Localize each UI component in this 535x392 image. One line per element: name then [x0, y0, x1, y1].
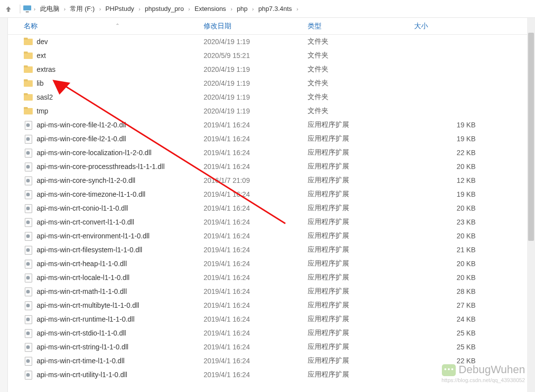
file-size: 20 KB	[414, 232, 535, 240]
column-headers: 名称 ⌃ 修改日期 类型 大小	[8, 18, 535, 35]
file-date: 2019/4/1 16:24	[204, 260, 308, 268]
dll-file-icon	[24, 135, 33, 143]
file-row[interactable]: api-ms-win-crt-utility-l1-1-0.dll2019/4/…	[8, 368, 535, 382]
breadcrumb-item[interactable]: phpstudy_pro	[142, 2, 187, 16]
file-type: 应用程序扩展	[308, 162, 414, 171]
chevron-right-icon[interactable]: ›	[32, 6, 37, 12]
file-type: 应用程序扩展	[308, 148, 414, 157]
file-name: api-ms-win-crt-filesystem-l1-1-0.dll	[37, 246, 142, 254]
file-date: 2019/4/1 16:24	[204, 135, 308, 143]
file-date: 2020/4/19 1:19	[204, 93, 308, 101]
file-row[interactable]: api-ms-win-core-timezone-l1-1-0.dll2019/…	[8, 187, 535, 201]
file-row[interactable]: api-ms-win-crt-convert-l1-1-0.dll2019/4/…	[8, 215, 535, 229]
file-row[interactable]: api-ms-win-crt-stdio-l1-1-0.dll2019/4/1 …	[8, 326, 535, 340]
folder-icon	[24, 79, 33, 87]
file-name: extras	[37, 65, 55, 73]
breadcrumb-item[interactable]: PHPstudy	[103, 2, 137, 16]
dll-file-icon	[24, 343, 33, 351]
file-row[interactable]: extras2020/4/19 1:19文件夹	[8, 62, 535, 76]
file-name: api-ms-win-crt-multibyte-l1-1-0.dll	[37, 301, 139, 309]
column-header-name[interactable]: 名称 ⌃	[8, 22, 204, 31]
breadcrumb-item[interactable]: php7.3.4nts	[255, 2, 295, 16]
breadcrumb-item[interactable]: 常用 (F:)	[67, 2, 98, 16]
breadcrumb-item[interactable]: php	[234, 2, 251, 16]
file-type: 文件夹	[308, 65, 414, 74]
breadcrumb-item[interactable]: Extensions	[192, 2, 229, 16]
folder-icon	[24, 107, 33, 115]
column-header-size[interactable]: 大小	[414, 22, 535, 31]
file-date: 2020/4/19 1:19	[204, 107, 308, 115]
scrollbar-thumb[interactable]	[528, 33, 534, 241]
dll-file-icon	[24, 329, 33, 337]
file-size: 25 KB	[414, 329, 535, 337]
column-header-type[interactable]: 类型	[308, 22, 414, 31]
chevron-right-icon[interactable]: ›	[98, 6, 103, 12]
file-type: 应用程序扩展	[308, 356, 414, 365]
vertical-scrollbar[interactable]	[527, 18, 535, 392]
file-row[interactable]: api-ms-win-crt-conio-l1-1-0.dll2019/4/1 …	[8, 201, 535, 215]
chevron-right-icon[interactable]: ›	[62, 6, 67, 12]
breadcrumb-item[interactable]: 此电脑	[37, 2, 62, 16]
up-button[interactable]	[4, 4, 13, 13]
file-name: api-ms-win-crt-convert-l1-1-0.dll	[37, 218, 134, 226]
file-row[interactable]: api-ms-win-core-file-l1-2-0.dll2019/4/1 …	[8, 118, 535, 132]
file-row[interactable]: api-ms-win-crt-math-l1-1-0.dll2019/4/1 1…	[8, 284, 535, 298]
file-size: 20 KB	[414, 163, 535, 170]
file-name: api-ms-win-crt-conio-l1-1-0.dll	[37, 204, 128, 212]
dll-file-icon	[24, 176, 33, 184]
chevron-right-icon[interactable]: ›	[251, 6, 256, 12]
column-header-name-label: 名称	[24, 22, 38, 30]
dll-file-icon	[24, 246, 33, 254]
sort-arrow-icon: ⌃	[115, 23, 119, 28]
file-date: 2019/4/1 16:24	[204, 190, 308, 198]
file-name: api-ms-win-core-localization-l1-2-0.dll	[37, 149, 152, 157]
file-row[interactable]: sasl22020/4/19 1:19文件夹	[8, 90, 535, 104]
file-name: sasl2	[37, 93, 53, 101]
file-type: 应用程序扩展	[308, 259, 414, 268]
column-header-date[interactable]: 修改日期	[204, 22, 308, 31]
dll-file-icon	[24, 357, 33, 365]
file-row[interactable]: api-ms-win-core-localization-l1-2-0.dll2…	[8, 146, 535, 160]
folder-icon	[24, 52, 33, 59]
file-type: 应用程序扩展	[308, 231, 414, 240]
file-name: api-ms-win-core-timezone-l1-1-0.dll	[37, 190, 145, 198]
file-size: 20 KB	[414, 260, 535, 268]
file-row[interactable]: lib2020/4/19 1:19文件夹	[8, 76, 535, 90]
divider	[20, 4, 20, 13]
file-row[interactable]: api-ms-win-crt-filesystem-l1-1-0.dll2019…	[8, 243, 535, 257]
dll-file-icon	[24, 149, 33, 157]
file-row[interactable]: dev2020/4/19 1:19文件夹	[8, 35, 535, 49]
file-row[interactable]: api-ms-win-crt-time-l1-1-0.dll2019/4/1 1…	[8, 354, 535, 368]
file-row[interactable]: api-ms-win-core-file-l2-1-0.dll2019/4/1 …	[8, 132, 535, 146]
file-name: api-ms-win-core-synch-l1-2-0.dll	[37, 176, 135, 184]
file-row[interactable]: api-ms-win-crt-locale-l1-1-0.dll2019/4/1…	[8, 271, 535, 284]
dll-file-icon	[24, 232, 33, 240]
file-type: 文件夹	[308, 37, 414, 46]
chevron-right-icon[interactable]: ›	[137, 6, 142, 12]
chevron-right-icon[interactable]: ›	[229, 6, 234, 12]
chevron-right-icon[interactable]: ›	[295, 6, 300, 12]
file-row[interactable]: api-ms-win-crt-string-l1-1-0.dll2019/4/1…	[8, 340, 535, 354]
file-name: api-ms-win-core-file-l2-1-0.dll	[37, 135, 126, 143]
file-type: 应用程序扩展	[308, 190, 414, 199]
file-row[interactable]: api-ms-win-crt-heap-l1-1-0.dll2019/4/1 1…	[8, 257, 535, 271]
file-row[interactable]: api-ms-win-core-processthreads-l1-1-1.dl…	[8, 160, 535, 173]
file-date: 2019/4/1 16:24	[204, 357, 308, 365]
file-type: 应用程序扩展	[308, 218, 414, 226]
nav-pane[interactable]	[0, 18, 8, 392]
file-row[interactable]: api-ms-win-crt-runtime-l1-1-0.dll2019/4/…	[8, 312, 535, 326]
file-size: 21 KB	[414, 246, 535, 254]
file-date: 2019/4/1 16:24	[204, 274, 308, 281]
file-row[interactable]: api-ms-win-crt-environment-l1-1-0.dll201…	[8, 229, 535, 243]
file-row[interactable]: api-ms-win-core-synch-l1-2-0.dll2016/1/7…	[8, 173, 535, 187]
file-row[interactable]: ext2020/5/9 15:21文件夹	[8, 49, 535, 62]
file-row[interactable]: api-ms-win-crt-multibyte-l1-1-0.dll2019/…	[8, 298, 535, 312]
chevron-right-icon[interactable]: ›	[187, 6, 192, 12]
file-date: 2019/4/1 16:24	[204, 232, 308, 240]
address-bar[interactable]: › 此电脑 › 常用 (F:) › PHPstudy › phpstudy_pr…	[0, 0, 535, 18]
file-type: 应用程序扩展	[308, 370, 414, 379]
folder-icon	[24, 65, 33, 73]
dll-file-icon	[24, 121, 33, 129]
file-date: 2019/4/1 16:24	[204, 315, 308, 323]
file-row[interactable]: tmp2020/4/19 1:19文件夹	[8, 104, 535, 118]
